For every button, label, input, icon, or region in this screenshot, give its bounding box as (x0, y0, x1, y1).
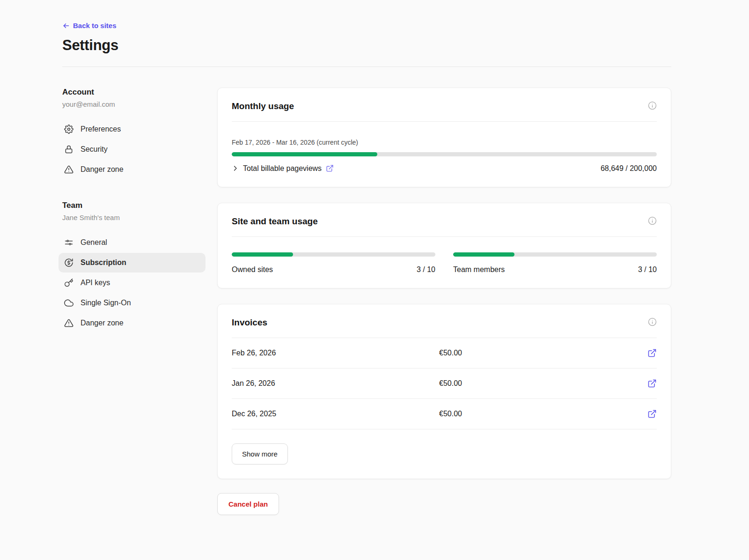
external-link-icon[interactable] (326, 164, 334, 172)
invoices-title: Invoices (232, 317, 267, 328)
billing-cycle-label: Feb 17, 2026 - Mar 16, 2026 (current cyc… (232, 139, 657, 146)
invoice-date: Jan 26, 2026 (232, 379, 439, 388)
sidebar-item-team-danger-zone[interactable]: Danger zone (59, 313, 211, 333)
invoice-date: Feb 26, 2026 (232, 349, 439, 357)
monthly-usage-card: Monthly usage Feb 17, 2026 - Mar 16, 202… (217, 88, 671, 187)
site-team-usage-title: Site and team usage (232, 216, 318, 227)
card-divider (232, 121, 657, 122)
invoice-date: Dec 26, 2025 (232, 410, 439, 418)
pageviews-progress-fill (232, 152, 377, 156)
account-nav: Preferences Security Danger zone (62, 119, 206, 179)
team-members-label: Team members (453, 265, 505, 274)
settings-main: Monthly usage Feb 17, 2026 - Mar 16, 202… (217, 88, 671, 515)
sidebar-item-label: Preferences (81, 125, 121, 133)
invoice-amount: €50.00 (439, 410, 647, 418)
team-members-progress-fill (453, 252, 514, 257)
sidebar-item-label: API keys (81, 279, 110, 287)
sidebar-item-label: General (81, 238, 107, 247)
invoice-row: Dec 26, 2025 €50.00 (232, 399, 657, 429)
sidebar-item-label: Danger zone (81, 319, 124, 327)
sidebar-item-security[interactable]: Security (59, 140, 211, 159)
team-members-progress-bar (453, 252, 657, 257)
invoice-amount: €50.00 (439, 379, 647, 388)
back-to-sites-label: Back to sites (73, 22, 117, 29)
dollar-refresh-icon (64, 258, 73, 267)
gear-icon (64, 125, 73, 134)
site-team-usage-card: Site and team usage Owned sites 3 / 10 (217, 203, 671, 288)
page-title: Settings (62, 37, 671, 54)
info-icon[interactable] (648, 216, 657, 225)
sidebar-item-preferences[interactable]: Preferences (59, 119, 211, 139)
info-icon[interactable] (648, 317, 657, 326)
team-nav: General Subscription API keys (62, 233, 206, 333)
invoice-amount: €50.00 (439, 349, 647, 357)
sidebar-item-label: Single Sign-On (81, 299, 131, 307)
key-icon (64, 278, 73, 287)
info-icon[interactable] (648, 101, 657, 110)
invoice-row: Jan 26, 2026 €50.00 (232, 368, 657, 399)
owned-sites-label: Owned sites (232, 265, 273, 274)
account-section: Account your@email.com Preferences Secur… (62, 88, 206, 179)
pageviews-label: Total billable pageviews (243, 164, 322, 173)
settings-page: Back to sites Settings Account your@emai… (0, 0, 749, 515)
account-heading: Account (62, 88, 206, 97)
team-members-meter: Team members 3 / 10 (453, 252, 657, 274)
team-members-value: 3 / 10 (638, 265, 657, 274)
pageviews-value: 68,649 / 200,000 (601, 164, 657, 173)
sidebar-item-single-sign-on[interactable]: Single Sign-On (59, 293, 211, 313)
external-link-icon[interactable] (647, 409, 657, 419)
total-billable-pageviews-toggle[interactable]: Total billable pageviews (232, 164, 334, 173)
sidebar-item-account-danger-zone[interactable]: Danger zone (59, 160, 211, 179)
header-divider (62, 66, 671, 67)
invoices-card: Invoices Feb 26, 2026 €50.00 Jan 26, 202… (217, 304, 671, 479)
owned-sites-value: 3 / 10 (417, 265, 435, 274)
arrow-left-icon (62, 22, 70, 29)
show-more-button[interactable]: Show more (232, 443, 288, 464)
back-to-sites-link[interactable]: Back to sites (62, 22, 117, 29)
sidebar-item-label: Subscription (81, 258, 126, 267)
cancel-plan-button[interactable]: Cancel plan (217, 493, 279, 515)
external-link-icon[interactable] (647, 348, 657, 358)
team-name: Jane Smith's team (62, 214, 206, 221)
warning-triangle-icon (64, 165, 73, 174)
sidebar-item-api-keys[interactable]: API keys (59, 273, 211, 293)
pageviews-progress-bar (232, 152, 657, 156)
invoice-row: Feb 26, 2026 €50.00 (232, 338, 657, 368)
sliders-icon (64, 238, 73, 247)
card-divider (232, 236, 657, 237)
external-link-icon[interactable] (647, 379, 657, 388)
account-email: your@email.com (62, 100, 206, 108)
team-section: Team Jane Smith's team General Subscript… (62, 201, 206, 333)
chevron-right-icon (232, 165, 239, 172)
sidebar-item-general[interactable]: General (59, 233, 211, 252)
sidebar-item-label: Danger zone (81, 165, 124, 174)
owned-sites-meter: Owned sites 3 / 10 (232, 252, 435, 274)
lock-icon (64, 145, 73, 154)
warning-triangle-icon (64, 318, 73, 328)
monthly-usage-title: Monthly usage (232, 101, 294, 111)
sidebar-item-subscription[interactable]: Subscription (59, 253, 206, 273)
owned-sites-progress-fill (232, 252, 293, 257)
owned-sites-progress-bar (232, 252, 435, 257)
sidebar-item-label: Security (81, 145, 108, 154)
settings-sidebar: Account your@email.com Preferences Secur… (62, 88, 206, 333)
team-heading: Team (62, 201, 206, 210)
cloud-icon (64, 298, 73, 308)
